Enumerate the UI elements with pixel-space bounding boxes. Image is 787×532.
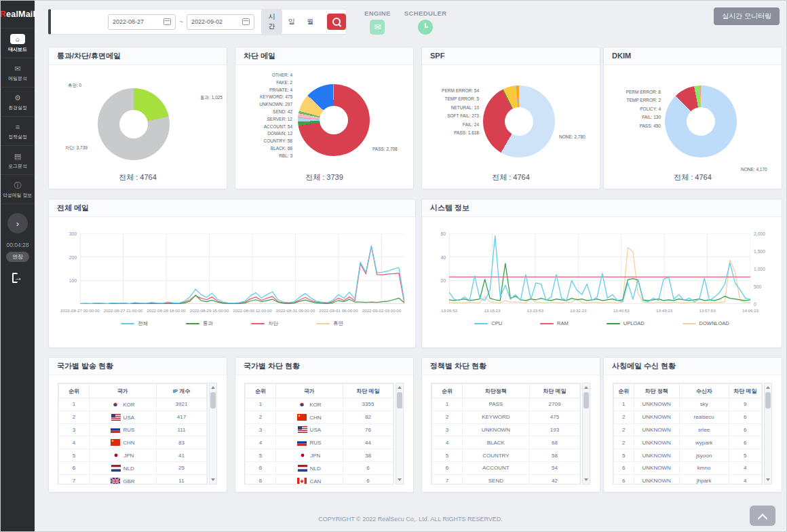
scroll-down-icon[interactable]	[398, 478, 402, 481]
sidebar-item-log-analysis[interactable]: ▤로그분석	[1, 145, 33, 174]
data-table: 순위국가IP 개수1KOR39212USA4173RUS1114CHN835JP…	[58, 383, 208, 484]
x-axis-tick: 13:32:23	[570, 308, 586, 313]
column-header: IP 개수	[156, 384, 206, 398]
table-row: 1KOR3921	[59, 398, 207, 411]
donut-slice-label: PERM ERROR: 54	[425, 87, 479, 95]
donut-slice-label: KEYWORD: 475	[238, 94, 292, 101]
sidebar-item-malware-info[interactable]: ⓘ악성메일 정보	[1, 174, 33, 204]
legend-item: DOWNLOAD	[683, 320, 729, 326]
donut-slice-label: 차단: 3,739	[65, 145, 88, 151]
table-cell: 6	[343, 461, 393, 474]
period-button[interactable]: 일	[282, 10, 301, 34]
donut-hole	[505, 107, 533, 136]
column-header: 차단 메일	[343, 384, 393, 398]
table-scrollbar[interactable]	[209, 383, 217, 484]
card-country-send-table: 국가별 발송 현황 순위국가IP 개수1KOR39212USA4173RUS11…	[48, 357, 227, 493]
table-scrollbar[interactable]	[764, 383, 772, 484]
sidebar-item-label: 악성메일 정보	[3, 192, 32, 198]
y-axis-tick: 500	[754, 284, 761, 289]
scroll-up-icon[interactable]	[766, 386, 770, 389]
table-row: 5JPN41	[59, 449, 207, 462]
table-cell: 4	[729, 461, 761, 474]
x-axis-tick: 13:40:53	[613, 308, 630, 313]
table-cell: kmno	[679, 461, 729, 474]
legend-item: UPLOAD	[607, 320, 645, 326]
search-button[interactable]	[327, 14, 347, 30]
scrollbar-thumb[interactable]	[210, 392, 216, 408]
scrollbar-thumb[interactable]	[765, 392, 771, 408]
logout-button[interactable]	[8, 272, 27, 284]
donut-label-stack: PERM ERROR: 8TEMP ERROR: 2POLICY: 4FAIL:…	[607, 88, 661, 130]
scroll-down-icon[interactable]	[211, 478, 215, 481]
scrollbar-thumb[interactable]	[397, 392, 402, 408]
table-cell: UNKNOWN	[634, 398, 679, 411]
table-scrollbar[interactable]	[582, 383, 590, 484]
table-cell: 3	[59, 423, 90, 436]
engine-label: ENGINE	[364, 10, 391, 17]
scroll-down-icon[interactable]	[766, 478, 770, 481]
x-axis-tick: 2022-09-01 06:00:00	[319, 308, 358, 313]
table-cell: 76	[343, 423, 393, 436]
table: 순위차단정책차단 메일1PASS27092KEYWORD4753UNKNOWN1…	[431, 383, 580, 484]
table-row: 6UNKNOWNkmno4	[614, 461, 762, 474]
y-axis-tick: 200	[69, 254, 77, 259]
card-title: SPF	[422, 48, 600, 65]
table-cell: RUS	[275, 436, 343, 449]
column-header: 순위	[246, 384, 276, 398]
period-button[interactable]: 월	[301, 10, 320, 34]
y-axis-tick: 300	[69, 231, 77, 236]
y-axis-tick: 40	[440, 254, 446, 259]
scroll-up-icon[interactable]	[584, 386, 588, 389]
scroll-up-icon[interactable]	[398, 386, 402, 389]
period-button[interactable]: 시간	[261, 10, 282, 34]
sidebar-item-dashboard[interactable]: ⌂대시보드	[1, 28, 33, 58]
table-cell: CAN	[275, 474, 343, 484]
donut-slice-label: SOFT FAIL: 273	[425, 112, 479, 120]
donut-chart-area: OTHER: 4FAKE: 2PRIVATE: 4KEYWORD: 475UNK…	[235, 65, 413, 188]
scrollbar-thumb[interactable]	[583, 392, 589, 408]
donut-slice-label: FAIL: 130	[607, 113, 661, 121]
table-cell: JPN	[89, 449, 156, 462]
table-cell: NLD	[89, 461, 156, 474]
table-scrollbar[interactable]	[396, 383, 404, 484]
sidebar-item-settings[interactable]: ⚙환경설정	[1, 87, 33, 116]
sidebar-item-policy-settings[interactable]: ≡정책설정	[1, 116, 33, 145]
scroll-to-top-button[interactable]	[750, 506, 775, 526]
copyright-footer: COPYRIGHT © 2022 RealSecu Co,. Ltd. ALL …	[41, 516, 780, 522]
calendar-icon[interactable]	[242, 18, 250, 25]
sidebar-item-label: 정책설정	[8, 134, 27, 140]
scroll-down-icon[interactable]	[584, 478, 588, 481]
scroll-up-icon[interactable]	[211, 386, 215, 389]
table-row: 2KEYWORD475	[432, 411, 580, 423]
sidebar-item-label: 로그분석	[8, 163, 27, 169]
date-to-input[interactable]: 2022-09-02	[187, 14, 254, 30]
table-row: 2UNKNOWNsrlee6	[614, 423, 762, 436]
flag-usa-icon	[298, 426, 307, 433]
donut-chart-area: PERM ERROR: 54TEMP ERROR: 5NETURAL: 10SO…	[422, 65, 600, 188]
donut-total: 전체 : 4764	[422, 172, 600, 183]
date-from-input[interactable]: 2022-08-27	[108, 14, 176, 30]
donut-slice-label: TEMP ERROR: 5	[425, 95, 479, 103]
flag-usa-icon	[111, 414, 121, 421]
session-extend-button[interactable]: 연장	[6, 252, 29, 262]
sidebar-item-mail-analysis[interactable]: ✉메일분석	[1, 58, 33, 87]
donut-slice-label: FAIL: 24	[425, 121, 479, 129]
sidebar-expand-button[interactable]: ›	[7, 213, 28, 233]
search-bar: 2022-08-27 ~ 2022-09-02 시간일월	[48, 9, 347, 35]
donut-slice-label: COUNTRY: 58	[238, 138, 292, 145]
calendar-icon[interactable]	[164, 18, 171, 25]
donut-chart-area: PERM ERROR: 8TEMP ERROR: 2POLICY: 4FAIL:…	[604, 65, 782, 188]
table-cell: BLACK	[462, 436, 529, 449]
table-cell: 9	[729, 398, 761, 411]
sidebar-menu: ⌂대시보드✉메일분석⚙환경설정≡정책설정▤로그분석ⓘ악성메일 정보	[1, 28, 33, 204]
sidebar: RealMail ⌂대시보드✉메일분석⚙환경설정≡정책설정▤로그분석ⓘ악성메일 …	[1, 1, 35, 531]
x-axis-tick: 2022-08-28 18:00:00	[147, 308, 185, 313]
legend-label: UPLOAD	[623, 320, 645, 326]
realtime-monitoring-button[interactable]: 실시간 모니터링	[714, 7, 780, 25]
table-cell: NLD	[275, 461, 343, 474]
donut-slice-label: RBL: 3	[238, 153, 292, 160]
card-title: 사칭메일 수신 현황	[604, 358, 782, 375]
table-cell: realsecu	[679, 411, 729, 423]
legend-swatch	[607, 323, 620, 324]
flag-can-icon	[297, 478, 307, 484]
